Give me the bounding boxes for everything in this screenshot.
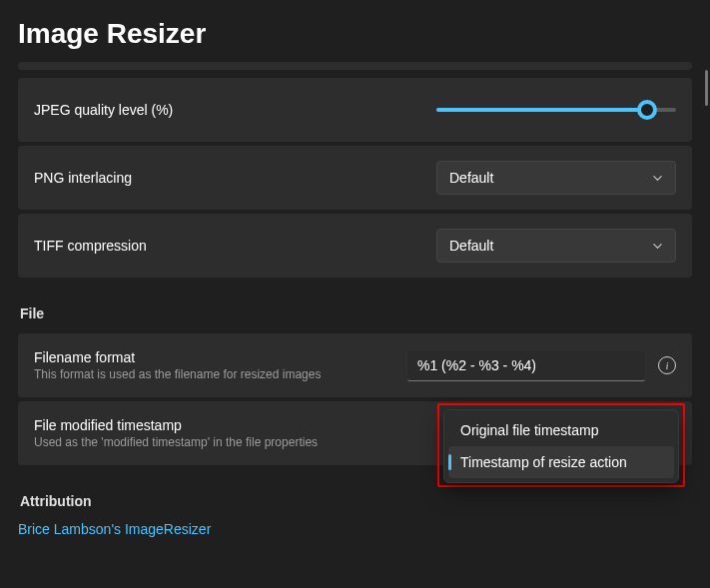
jpeg-quality-label: JPEG quality level (%) [34,102,173,118]
attribution-header: Attribution [20,493,692,509]
timestamp-option-original[interactable]: Original file timestamp [448,414,674,446]
timestamp-sublabel: Used as the 'modified timestamp' in the … [34,435,318,449]
info-icon[interactable]: i [658,356,676,374]
truncated-row-top [18,62,692,70]
tiff-compression-label: TIFF compression [34,238,147,254]
timestamp-label: File modified timestamp [34,417,318,433]
timestamp-dropdown-flyout: Original file timestamp Timestamp of res… [443,409,679,483]
page-title: Image Resizer [0,0,710,62]
tiff-compression-value: Default [449,238,493,254]
png-interlacing-label: PNG interlacing [34,170,132,186]
chevron-down-icon [652,173,663,184]
chevron-down-icon [652,241,663,252]
slider-thumb[interactable] [637,100,657,120]
png-interlacing-value: Default [449,170,493,186]
filename-format-sublabel: This format is used as the filename for … [34,367,321,381]
jpeg-quality-row: JPEG quality level (%) [18,78,692,142]
attribution-link[interactable]: Brice Lambson's ImageResizer [18,521,211,537]
filename-format-input[interactable] [406,349,646,381]
jpeg-quality-slider[interactable] [436,108,676,112]
timestamp-option-resize[interactable]: Timestamp of resize action [448,446,674,478]
file-section-header: File [20,305,692,321]
filename-format-row: Filename format This format is used as t… [18,333,692,397]
vertical-scrollbar[interactable] [705,70,708,106]
filename-format-label: Filename format [34,349,321,365]
png-interlacing-row: PNG interlacing Default [18,146,692,210]
tiff-compression-row: TIFF compression Default [18,214,692,278]
tiff-compression-dropdown[interactable]: Default [436,229,676,263]
png-interlacing-dropdown[interactable]: Default [436,161,676,195]
